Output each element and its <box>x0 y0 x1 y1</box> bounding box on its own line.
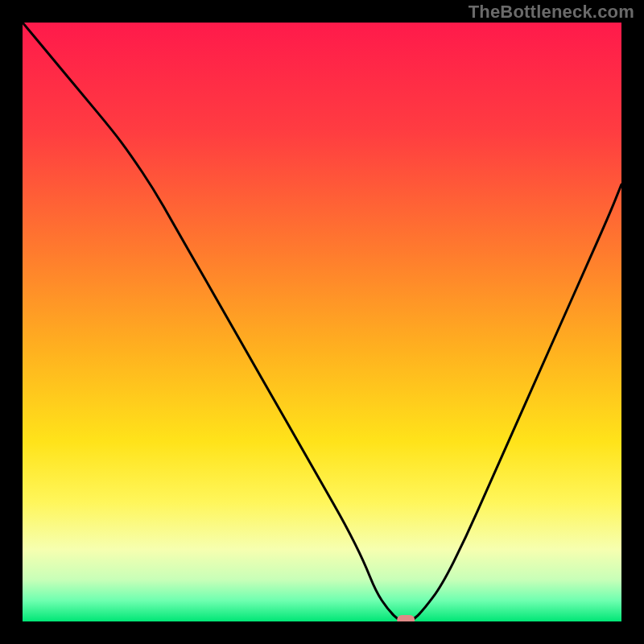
plot-area <box>23 23 621 621</box>
minimum-marker <box>397 615 415 621</box>
gradient-background <box>23 23 621 621</box>
watermark-text: TheBottleneck.com <box>469 2 634 23</box>
chart-frame: TheBottleneck.com <box>0 0 644 644</box>
chart-svg <box>23 23 621 621</box>
